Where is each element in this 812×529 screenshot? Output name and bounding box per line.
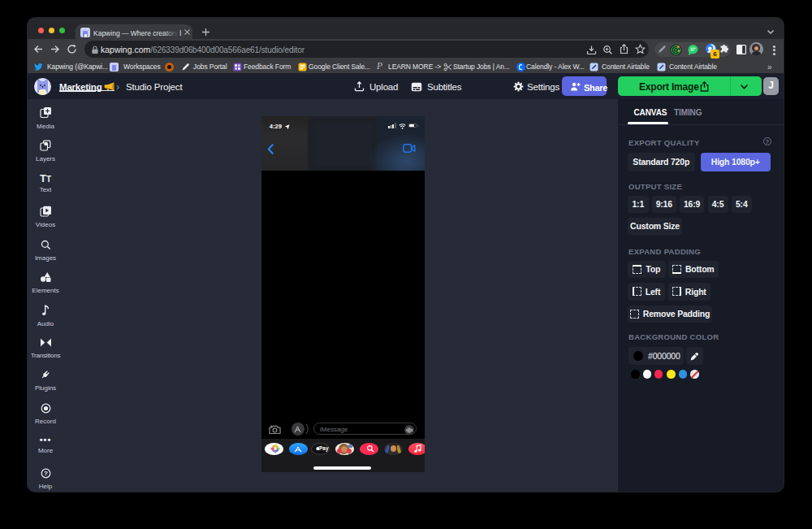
svg-text:?: ? [44,470,48,477]
